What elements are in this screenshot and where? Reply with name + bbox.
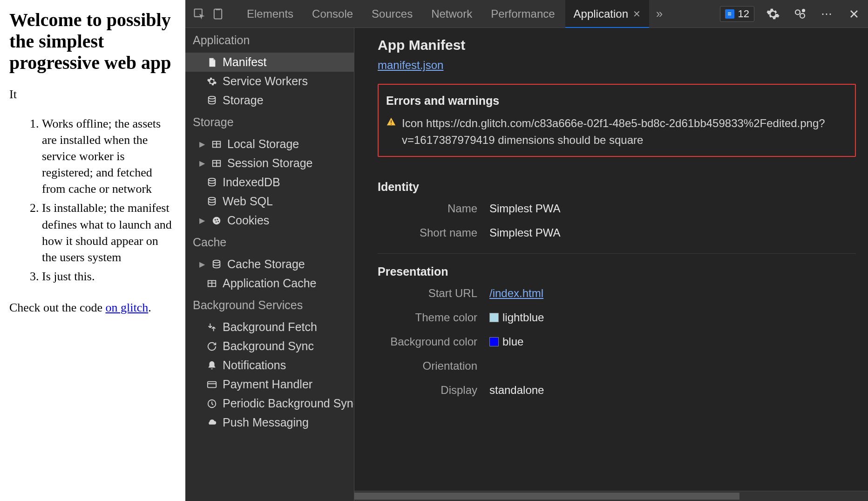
field-theme-color: Theme color lightblue	[378, 311, 856, 324]
cookie-icon	[210, 215, 223, 227]
application-sidebar: Application Manifest Service Workers Sto…	[185, 28, 354, 501]
sidebar-item-storage[interactable]: Storage	[185, 91, 354, 110]
field-name: Name Simplest PWA	[378, 202, 856, 215]
warning-row: Icon https://cdn.glitch.com/c83a666e-02f…	[386, 115, 848, 149]
field-display: Display standalone	[378, 384, 856, 397]
device-toggle-icon[interactable]	[210, 6, 226, 22]
sidebar-group-storage: Storage	[185, 110, 354, 135]
svg-point-5	[802, 9, 805, 12]
svg-rect-1	[214, 9, 222, 19]
issues-badge[interactable]: = 12	[720, 6, 754, 22]
svg-point-13	[217, 218, 218, 220]
svg-rect-2	[216, 9, 220, 10]
table-icon	[210, 138, 223, 150]
field-short-name: Short name Simplest PWA	[378, 226, 856, 239]
identity-heading: Identity	[378, 180, 856, 194]
sidebar-item-cache-storage[interactable]: ▶ Cache Storage	[185, 255, 354, 274]
sidebar-item-manifest[interactable]: Manifest	[185, 53, 354, 72]
svg-point-6	[209, 96, 216, 99]
sidebar-item-websql[interactable]: Web SQL	[185, 192, 354, 211]
svg-point-14	[216, 221, 217, 223]
issues-icon: =	[725, 9, 734, 19]
tab-application[interactable]: Application ✕	[565, 0, 649, 28]
more-tabs-chevrons-icon[interactable]: »	[651, 6, 668, 22]
field-background-color: Background color blue	[378, 335, 856, 348]
svg-point-4	[800, 13, 805, 18]
errors-heading: Errors and warnings	[386, 94, 848, 108]
bell-icon	[206, 359, 218, 372]
sidebar-item-local-storage[interactable]: ▶ Local Storage	[185, 135, 354, 154]
settings-gear-icon[interactable]	[765, 6, 781, 22]
svg-point-3	[795, 10, 800, 14]
color-swatch-bg	[489, 337, 499, 346]
table-icon	[210, 157, 223, 169]
table-icon	[206, 278, 218, 290]
kebab-menu-icon[interactable]: ⋯	[819, 6, 835, 22]
database-icon	[206, 95, 218, 107]
scrollbar-thumb[interactable]	[354, 493, 739, 500]
sidebar-group-application: Application	[185, 28, 354, 53]
start-url-link[interactable]: /index.html	[489, 287, 543, 300]
chevron-right-icon: ▶	[199, 216, 206, 225]
svg-point-15	[217, 221, 219, 222]
errors-warnings-section: Errors and warnings Icon https://cdn.gli…	[378, 84, 856, 157]
footer-line: Check out the code on glitch.	[9, 301, 176, 315]
close-devtools-icon[interactable]	[846, 6, 862, 22]
chevron-right-icon: ▶	[199, 159, 206, 168]
sidebar-item-application-cache[interactable]: Application Cache	[185, 274, 354, 293]
sidebar-item-indexeddb[interactable]: IndexedDB	[185, 173, 354, 192]
tab-performance[interactable]: Performance	[482, 0, 563, 28]
page-title: Welcome to possibly the simplest progres…	[9, 9, 176, 74]
feature-list: Works offline; the assets are installed …	[9, 115, 176, 284]
presentation-section: Presentation Start URL /index.html Theme…	[378, 253, 856, 397]
sidebar-item-notifications[interactable]: Notifications	[185, 356, 354, 375]
close-icon[interactable]: ✕	[633, 8, 641, 20]
database-icon	[210, 258, 223, 271]
sidebar-item-background-fetch[interactable]: Background Fetch	[185, 318, 354, 337]
sidebar-item-cookies[interactable]: ▶ Cookies	[185, 211, 354, 230]
color-swatch-theme	[489, 313, 499, 322]
svg-point-9	[209, 178, 216, 181]
svg-rect-18	[208, 381, 216, 387]
tab-sources[interactable]: Sources	[363, 0, 421, 28]
field-start-url: Start URL /index.html	[378, 287, 856, 300]
sidebar-group-background: Background Services	[185, 293, 354, 318]
sidebar-item-background-sync[interactable]: Background Sync	[185, 337, 354, 356]
fetch-icon	[206, 321, 218, 333]
database-icon	[206, 176, 218, 189]
chevron-right-icon: ▶	[199, 260, 206, 269]
sync-icon	[206, 340, 218, 352]
panel-title: App Manifest	[378, 37, 856, 53]
tab-elements[interactable]: Elements	[238, 0, 302, 28]
devtools-tab-bar: Elements Console Sources Network Perform…	[185, 0, 868, 28]
sidebar-item-payment-handler[interactable]: Payment Handler	[185, 375, 354, 394]
warning-icon	[386, 117, 396, 127]
svg-point-10	[209, 197, 216, 200]
list-item: Works offline; the assets are installed …	[42, 115, 176, 197]
sidebar-item-service-workers[interactable]: Service Workers	[185, 72, 354, 91]
field-orientation: Orientation	[378, 359, 856, 372]
identity-section: Identity Name Simplest PWA Short name Si…	[378, 169, 856, 239]
svg-rect-21	[391, 124, 392, 125]
database-icon	[206, 196, 218, 208]
glitch-link[interactable]: on glitch	[106, 301, 149, 314]
svg-point-11	[213, 217, 221, 224]
tab-network[interactable]: Network	[423, 0, 481, 28]
svg-rect-20	[391, 120, 392, 123]
sidebar-item-periodic-sync[interactable]: Periodic Background Sync	[185, 394, 354, 413]
sidebar-item-push-messaging[interactable]: Push Messaging	[185, 413, 354, 432]
experiments-icon[interactable]	[792, 6, 808, 22]
list-item: Is installable; the manifest defines wha…	[42, 200, 176, 265]
clock-icon	[206, 398, 218, 410]
chevron-right-icon: ▶	[199, 140, 206, 149]
rendered-page: Welcome to possibly the simplest progres…	[0, 0, 185, 501]
list-item: Is just this.	[42, 268, 176, 284]
presentation-heading: Presentation	[378, 265, 856, 278]
tab-console[interactable]: Console	[304, 0, 361, 28]
gear-icon	[206, 75, 218, 88]
sidebar-item-session-storage[interactable]: ▶ Session Storage	[185, 154, 354, 173]
horizontal-scrollbar[interactable]	[354, 491, 868, 501]
document-icon	[206, 56, 218, 68]
inspect-element-icon[interactable]	[191, 6, 208, 22]
manifest-json-link[interactable]: manifest.json	[378, 59, 443, 72]
